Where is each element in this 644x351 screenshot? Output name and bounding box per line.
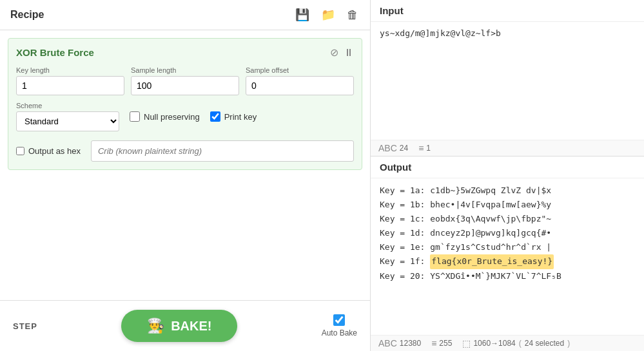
output-line: Key = 20: YS^XDGî••M`}MJK7`VL`7^LF₅B [380,269,635,283]
scheme-select[interactable]: Standard Differential Differential (key) [16,111,119,131]
output-line: Key = 1e: gm`fzy1s^Cstud^hr^d`rx | [380,240,635,254]
xor-title: XOR Brute Force [16,47,94,58]
output-line: Key = 1c: eobdx{3q\Aqvwf\jp\fbpz"~ [380,212,635,226]
output-line: Key = 1b: bhec•|4v[Fvqpa[mw[aew}%y [380,198,635,212]
output-char-count: ABC 12380 [378,338,421,348]
print-key-checkbox[interactable] [210,111,220,122]
output-line: Key = 1f: flag{x0r_Brute_is_easy!} [380,254,635,269]
xor-step-button[interactable]: ⏸ [344,46,354,59]
output-header: Output [371,157,644,178]
delete-button[interactable]: 🗑 [346,6,360,23]
input-abc-icon: ABC [378,143,397,153]
key-length-input[interactable] [16,76,124,95]
step-label: STEP [13,321,37,331]
output-selection-info: ⬚ 1060→1084 ( 24 selected ) [462,338,571,348]
bake-icon: 👨‍🍳 [147,318,164,334]
recipe-title: Recipe [10,9,44,21]
print-key-group[interactable]: Print key [210,111,257,122]
output-line: Key = 1a: c1db~}5wZGwpq ZlvZ dv|$x [380,184,635,198]
output-line-count: ≡ 255 [431,338,452,348]
auto-bake-checkbox[interactable] [333,314,345,326]
left-panel: Recipe 💾 📁 🗑 XOR Brute Force ⊘ ⏸ Key len… [0,0,371,351]
output-section: Output Key = 1a: c1db~}5wZGwpq ZlvZ dv|$… [371,157,644,351]
bake-footer: STEP 👨‍🍳 BAKE! Auto Bake [0,300,370,351]
output-line: Key = 1d: dnceyz2p]@pwvg]kq]gcq{#• [380,226,635,240]
input-line-count: ≡ 1 [418,143,431,153]
output-lines-icon: ≡ [431,338,436,348]
bake-button-label: BAKE! [171,319,211,334]
null-preserving-label: Null preserving [144,112,200,122]
print-key-label: Print key [224,112,257,122]
auto-bake-label: Auto Bake [322,328,357,337]
input-header: Input [371,0,644,22]
output-select-count: 24 selected [525,339,564,348]
scheme-label: Scheme [16,102,119,109]
null-preserving-checkbox[interactable] [130,111,140,122]
null-preserving-group[interactable]: Null preserving [130,111,200,122]
recipe-icon-group: 💾 📁 🗑 [294,6,360,23]
highlighted-flag: flag{x0r_Brute_is_easy!} [430,254,554,269]
output-abc-icon: ABC [378,338,397,348]
output-char-value: 12380 [400,339,421,348]
sample-offset-group: Sample offset [246,66,354,95]
output-select-close: ) [567,339,570,348]
xor-card-header: XOR Brute Force ⊘ ⏸ [16,46,354,59]
auto-bake-group: Auto Bake [322,314,357,337]
input-char-count: ABC 24 [378,143,408,153]
xor-disable-button[interactable]: ⊘ [330,46,338,59]
input-char-value: 24 [400,144,408,153]
output-select-icon: ⬚ [462,338,471,348]
output-line-value: 255 [439,339,452,348]
sample-length-group: Sample length [131,66,239,95]
xor-card-controls: ⊘ ⏸ [330,46,354,59]
sample-offset-label: Sample offset [246,66,354,74]
save-button[interactable]: 💾 [294,6,311,23]
open-button[interactable]: 📁 [320,6,337,23]
key-length-group: Key length [16,66,124,95]
output-hex-group[interactable]: Output as hex [16,146,81,156]
output-hex-checkbox[interactable] [16,147,24,155]
input-line-value: 1 [426,144,431,153]
sample-offset-input[interactable] [246,76,354,95]
right-panel: Input ys~xdg/m@]mjkz@vl@z~lf>b ABC 24 ≡ … [371,0,644,351]
input-status-bar: ABC 24 ≡ 1 [371,140,644,156]
output-content[interactable]: Key = 1a: c1db~}5wZGwpq ZlvZ dv|$xKey = … [371,178,644,335]
crib-input[interactable] [91,140,354,162]
output-hex-label: Output as hex [28,146,81,156]
output-select-separator: ( [519,339,522,348]
input-lines-icon: ≡ [418,143,424,153]
sample-length-label: Sample length [131,66,239,74]
input-section: Input ys~xdg/m@]mjkz@vl@z~lf>b ABC 24 ≡ … [371,0,644,157]
sample-length-input[interactable] [131,76,239,95]
scheme-group: Scheme Standard Differential Differentia… [16,102,119,131]
output-select-range: 1060→1084 [473,339,515,348]
xor-card: XOR Brute Force ⊘ ⏸ Key length Sample le… [8,38,362,170]
output-status-bar: ABC 12380 ≡ 255 ⬚ 1060→1084 ( 24 selecte… [371,335,644,351]
scheme-row: Scheme Standard Differential Differentia… [16,102,354,131]
input-textarea[interactable]: ys~xdg/m@]mjkz@vl@z~lf>b [371,22,644,138]
params-row: Key length Sample length Sample offset [16,66,354,95]
bake-button[interactable]: 👨‍🍳 BAKE! [121,310,237,342]
recipe-header: Recipe 💾 📁 🗑 [0,0,370,30]
crib-row: Output as hex [16,140,354,162]
key-length-label: Key length [16,66,124,74]
